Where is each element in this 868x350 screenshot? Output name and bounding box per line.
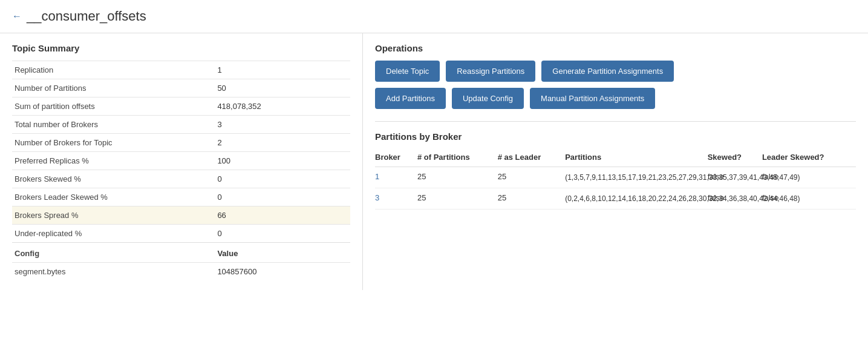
reassign-partitions-button[interactable]: Reassign Partitions bbox=[446, 61, 535, 82]
broker-table-col-header: # of Partitions bbox=[417, 149, 498, 167]
operations-title: Operations bbox=[375, 43, 856, 53]
left-panel: Topic Summary Replication 1 Number of Pa… bbox=[0, 33, 363, 290]
broker-table-col-header: Broker bbox=[375, 149, 417, 167]
summary-label: Under-replicated % bbox=[12, 225, 215, 243]
partitions-by-broker-title: Partitions by Broker bbox=[375, 131, 856, 142]
summary-row: Total number of Brokers 3 bbox=[12, 116, 350, 134]
summary-value: 0 bbox=[215, 170, 350, 188]
config-row: segment.bytes 104857600 bbox=[12, 263, 350, 281]
summary-label: Replication bbox=[12, 61, 215, 79]
num-partitions: 25 bbox=[417, 167, 498, 188]
summary-row: Brokers Spread % 66 bbox=[12, 206, 350, 225]
summary-value: 0 bbox=[215, 188, 350, 206]
summary-row: Number of Brokers for Topic 2 bbox=[12, 134, 350, 152]
summary-row: Preferred Replicas % 100 bbox=[12, 152, 350, 170]
value-col-header: Value bbox=[215, 243, 350, 263]
leader-skewed-value: false bbox=[762, 167, 856, 188]
update-config-button[interactable]: Update Config bbox=[452, 88, 524, 109]
add-partitions-button[interactable]: Add Partitions bbox=[375, 88, 446, 109]
num-partitions: 25 bbox=[417, 188, 498, 210]
config-header-row: Config Value bbox=[12, 243, 350, 263]
back-arrow[interactable]: ← bbox=[12, 11, 22, 22]
partitions-section: Partitions by Broker Broker# of Partitio… bbox=[375, 121, 856, 210]
config-value: 104857600 bbox=[215, 263, 350, 281]
summary-label: Total number of Brokers bbox=[12, 116, 215, 134]
summary-row: Replication 1 bbox=[12, 61, 350, 79]
right-panel: Operations Delete TopicReassign Partitio… bbox=[363, 33, 868, 290]
main-content: Topic Summary Replication 1 Number of Pa… bbox=[0, 33, 868, 290]
leader-skewed-value: false bbox=[762, 188, 856, 210]
manual-partition-assignments-button[interactable]: Manual Partition Assignments bbox=[530, 88, 655, 109]
summary-value: 1 bbox=[215, 61, 350, 79]
topic-summary-title: Topic Summary bbox=[12, 43, 350, 53]
broker-table-row: 1 25 25 (1,3,5,7,9,11,13,15,17,19,21,23,… bbox=[375, 167, 856, 188]
summary-label: Sum of partition offsets bbox=[12, 97, 215, 116]
summary-label: Brokers Leader Skewed % bbox=[12, 188, 215, 206]
summary-label: Number of Partitions bbox=[12, 79, 215, 97]
summary-value: 3 bbox=[215, 116, 350, 134]
broker-id[interactable]: 1 bbox=[375, 167, 417, 188]
summary-label: Brokers Spread % bbox=[12, 206, 215, 225]
summary-row: Sum of partition offsets 418,078,352 bbox=[12, 97, 350, 116]
broker-table-row: 3 25 25 (0,2,4,6,8,10,12,14,16,18,20,22,… bbox=[375, 188, 856, 210]
summary-value: 0 bbox=[215, 225, 350, 243]
generate-partition-assignments-button[interactable]: Generate Partition Assignments bbox=[541, 61, 674, 82]
broker-table: Broker# of Partitions# as LeaderPartitio… bbox=[375, 149, 856, 210]
broker-table-col-header: Leader Skewed? bbox=[762, 149, 856, 167]
button-row-2: Add PartitionsUpdate ConfigManual Partit… bbox=[375, 88, 856, 109]
partitions-list: (0,2,4,6,8,10,12,14,16,18,20,22,24,26,28… bbox=[565, 188, 708, 210]
summary-value: 2 bbox=[215, 134, 350, 152]
broker-id[interactable]: 3 bbox=[375, 188, 417, 210]
summary-label: Number of Brokers for Topic bbox=[12, 134, 215, 152]
button-row-1: Delete TopicReassign PartitionsGenerate … bbox=[375, 61, 856, 82]
summary-row: Number of Partitions 50 bbox=[12, 79, 350, 97]
broker-table-col-header: Partitions bbox=[565, 149, 708, 167]
summary-label: Brokers Skewed % bbox=[12, 170, 215, 188]
summary-row: Under-replicated % 0 bbox=[12, 225, 350, 243]
partitions-list: (1,3,5,7,9,11,13,15,17,19,21,23,25,27,29… bbox=[565, 167, 708, 188]
broker-table-col-header: Skewed? bbox=[708, 149, 762, 167]
summary-table: Replication 1 Number of Partitions 50 Su… bbox=[12, 61, 350, 280]
summary-value: 50 bbox=[215, 79, 350, 97]
summary-value: 100 bbox=[215, 152, 350, 170]
summary-row: Brokers Skewed % 0 bbox=[12, 170, 350, 188]
config-label: segment.bytes bbox=[12, 263, 215, 281]
delete-topic-button[interactable]: Delete Topic bbox=[375, 61, 440, 82]
page-title: __consumer_offsets bbox=[27, 8, 146, 24]
summary-label: Preferred Replicas % bbox=[12, 152, 215, 170]
summary-value: 418,078,352 bbox=[215, 97, 350, 116]
summary-value: 66 bbox=[215, 206, 350, 225]
num-as-leader: 25 bbox=[498, 188, 566, 210]
page-header: ← __consumer_offsets bbox=[0, 0, 868, 33]
broker-table-col-header: # as Leader bbox=[498, 149, 566, 167]
operations-section: Operations Delete TopicReassign Partitio… bbox=[375, 43, 856, 109]
num-as-leader: 25 bbox=[498, 167, 566, 188]
config-col-header: Config bbox=[12, 243, 215, 263]
summary-row: Brokers Leader Skewed % 0 bbox=[12, 188, 350, 206]
